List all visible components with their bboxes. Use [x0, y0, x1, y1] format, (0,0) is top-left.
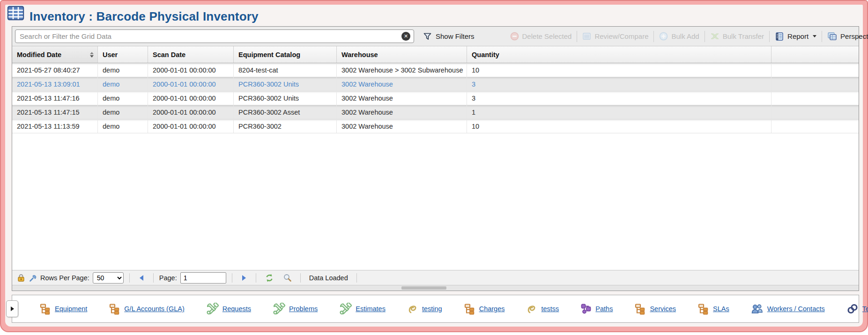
- toolbar-buttons: Show FiltersDelete SelectedReview/Compar…: [419, 29, 868, 44]
- footer-link-label[interactable]: Problems: [289, 305, 318, 313]
- footer-link-testss[interactable]: testss: [526, 303, 559, 314]
- expand-panel-tab[interactable]: [6, 300, 18, 317]
- tools-icon: [273, 303, 285, 315]
- report-icon: [775, 32, 784, 41]
- refresh-icon: [265, 273, 274, 283]
- footer-link-problems[interactable]: Problems: [273, 303, 318, 315]
- divider: [769, 31, 770, 42]
- table-cell: demo: [98, 77, 148, 91]
- next-page-button[interactable]: [238, 274, 250, 282]
- people-icon: [751, 303, 764, 314]
- scrollbar-thumb[interactable]: [401, 286, 446, 290]
- footer-link-label[interactable]: Paths: [595, 305, 613, 313]
- clip-icon: [526, 303, 537, 314]
- footer-links-panel: EquipmentG/L Accounts (GLA)RequestsProbl…: [12, 295, 859, 323]
- footer-link-charges[interactable]: Charges: [464, 303, 505, 315]
- delete-selected-button: Delete Selected: [506, 29, 576, 43]
- magnifier-icon: [283, 273, 292, 282]
- footer-link-label[interactable]: Requests: [223, 305, 251, 313]
- footer-link-label[interactable]: Services: [650, 305, 676, 313]
- footer-link-requests[interactable]: Requests: [206, 303, 251, 315]
- lock-icon: [17, 273, 25, 282]
- footer-link-label[interactable]: SLAs: [713, 305, 729, 313]
- column-header-quantity[interactable]: Quantity: [467, 46, 772, 63]
- footer-link-label[interactable]: Estimates: [356, 305, 386, 313]
- clear-search-icon[interactable]: ✕: [401, 32, 410, 41]
- footer-link-label[interactable]: G/L Accounts (GLA): [124, 305, 184, 313]
- tools-icon: [339, 303, 352, 315]
- table-cell: 2021-05-27 08:40:27: [12, 63, 98, 77]
- table-cell: PCR360-3002 Units: [234, 77, 337, 91]
- previous-page-button[interactable]: [135, 274, 148, 282]
- footer-link-slas[interactable]: SLAs: [697, 303, 729, 315]
- chevron-down-icon: [813, 35, 816, 37]
- bulk-transfer-icon: [710, 32, 720, 41]
- table-row[interactable]: 2021-05-13 13:09:01demo2000-01-01 00:00:…: [12, 77, 859, 91]
- footer-link-label[interactable]: Equipment: [55, 305, 87, 313]
- table-cell: 3002 Warehouse: [337, 77, 467, 91]
- footer-link-g-l-accounts-gla[interactable]: G/L Accounts (GLA): [109, 303, 184, 315]
- pagination-bar: Rows Per Page: 50 Page:: [12, 270, 859, 285]
- footer-link-label[interactable]: testing: [422, 305, 442, 313]
- column-header-scan-date[interactable]: Scan Date: [148, 46, 234, 63]
- footer-link-label[interactable]: Workers / Contacts: [767, 305, 825, 313]
- table-cell: 8204-test-cat: [234, 63, 337, 77]
- tree-icon: [39, 303, 51, 315]
- table-cell: 3002 Warehouse > 3002 Subwarehouse: [337, 63, 467, 77]
- table-cell: 2000-01-01 00:00:00: [148, 63, 234, 77]
- footer-links: EquipmentG/L Accounts (GLA)RequestsProbl…: [39, 303, 868, 315]
- report-button[interactable]: Report: [771, 29, 821, 44]
- table-cell: demo: [98, 91, 148, 105]
- wrench-icon: [29, 274, 37, 282]
- table-cell: PCR360-3002 Asset: [234, 105, 337, 119]
- column-header-modified-date[interactable]: Modified Date: [12, 46, 98, 63]
- refresh-button[interactable]: [262, 273, 277, 283]
- expand-arrow-icon: [11, 306, 14, 311]
- filter-funnel-icon: [423, 32, 432, 41]
- column-header-equipment-catalog[interactable]: Equipment Catalog: [234, 46, 337, 63]
- table-cell: 2000-01-01 00:00:00: [148, 119, 234, 133]
- button-label: Review/Compare: [594, 32, 648, 40]
- divider: [653, 31, 654, 42]
- table-cell-empty: [772, 91, 859, 105]
- column-header-warehouse[interactable]: Warehouse: [337, 46, 467, 63]
- rows-per-page-select[interactable]: 50: [93, 272, 124, 284]
- footer-link-estimates[interactable]: Estimates: [339, 303, 386, 315]
- horizontal-scrollbar[interactable]: [12, 285, 859, 291]
- table-cell-empty: [772, 63, 859, 77]
- page-number-input[interactable]: [180, 272, 226, 284]
- bulk-add-button: Bulk Add: [655, 29, 703, 43]
- footer-link-test-form[interactable]: Test Form: [846, 303, 868, 315]
- footer-link-testing[interactable]: testing: [407, 303, 442, 314]
- rows-per-page-label: Rows Per Page:: [40, 274, 89, 282]
- table-cell: 2021-05-13 13:09:01: [12, 77, 98, 91]
- search-box: ✕: [15, 29, 414, 43]
- delete-minus-icon: [510, 32, 519, 41]
- footer-link-label[interactable]: Charges: [479, 305, 505, 313]
- footer-link-services[interactable]: Services: [634, 303, 676, 315]
- show-filters-button[interactable]: Show Filters: [419, 29, 479, 44]
- table-row[interactable]: 2021-05-27 08:40:27demo2000-01-01 00:00:…: [12, 63, 859, 77]
- search-grid-button[interactable]: [280, 273, 295, 282]
- footer-link-equipment[interactable]: Equipment: [39, 303, 87, 315]
- search-input[interactable]: [15, 29, 414, 43]
- column-header-user[interactable]: User: [98, 46, 148, 63]
- button-label: Bulk Transfer: [723, 32, 764, 40]
- table-cell: demo: [98, 63, 148, 77]
- perspectives-button[interactable]: Perspectives: [823, 29, 868, 44]
- footer-link-workers-contacts[interactable]: Workers / Contacts: [751, 303, 825, 314]
- footer-link-label[interactable]: testss: [541, 305, 559, 313]
- footer-link-label[interactable]: Test Form: [862, 305, 868, 313]
- grid-table-icon: [7, 6, 25, 22]
- footer-link-paths[interactable]: Paths: [580, 303, 613, 314]
- clip-icon: [407, 303, 418, 314]
- chain-icon: [846, 303, 859, 315]
- divider: [577, 31, 577, 42]
- page-label: Page:: [159, 274, 177, 282]
- table-cell: 10: [467, 63, 772, 77]
- table-row[interactable]: 2021-05-13 11:47:15demo2000-01-01 00:00:…: [12, 105, 859, 119]
- table-row[interactable]: 2021-05-13 11:47:16demo2000-01-01 00:00:…: [12, 91, 859, 105]
- tree-icon: [697, 303, 709, 315]
- table-row[interactable]: 2021-05-13 11:13:59demo2000-01-01 00:00:…: [12, 119, 859, 133]
- table-cell: 3002 Warehouse: [337, 91, 467, 105]
